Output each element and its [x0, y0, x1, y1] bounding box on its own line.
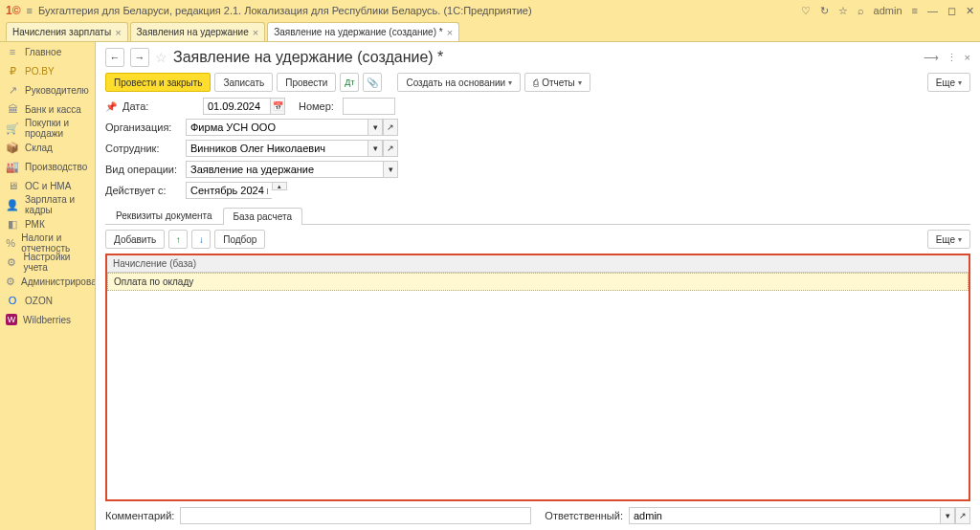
move-down-button[interactable]: ↓	[191, 230, 211, 249]
sidebar-item-production[interactable]: 🏭Производство	[0, 157, 95, 176]
open-icon[interactable]: ↗	[383, 119, 398, 136]
doc-tab[interactable]: Заявления на удержание ×	[130, 22, 266, 41]
org-input[interactable]	[186, 119, 368, 136]
button-label: Еще	[936, 77, 955, 88]
valid-input[interactable]	[186, 182, 272, 199]
main-content: ← → ☆ Заявление на удержание (создание) …	[96, 42, 980, 530]
document-tabs: Начисления зарплаты × Заявления на удерж…	[0, 21, 980, 42]
button-label: Добавить	[114, 234, 156, 245]
doc-tab[interactable]: Начисления зарплаты ×	[6, 22, 128, 41]
grid-header[interactable]: Начисление (база)	[107, 255, 969, 273]
sidebar-item-label: Производство	[25, 162, 87, 172]
dropdown-icon[interactable]: ▾	[940, 507, 955, 524]
form-row-date: 📌 Дата: 📅 Номер:	[105, 98, 970, 115]
sidebar-item-main[interactable]: ≡Главное	[0, 42, 95, 61]
base-grid[interactable]: Начисление (база) Оплата по окладу	[105, 254, 970, 501]
more-icon[interactable]: ⋮	[947, 52, 957, 64]
create-based-button[interactable]: Создать на основании▾	[397, 73, 521, 92]
subtabs: Реквизиты документа База расчета	[105, 207, 970, 225]
dt-button[interactable]: Дт	[340, 73, 359, 92]
employee-input[interactable]	[186, 140, 368, 157]
bell-icon[interactable]: ♡	[801, 5, 811, 17]
close-icon[interactable]: ×	[447, 27, 453, 38]
caret-icon: ▾	[958, 78, 962, 87]
pin-icon[interactable]: 📌	[105, 101, 117, 112]
square-icon: ◧	[6, 218, 19, 231]
sidebar-item-taxes[interactable]: %Налоги и отчетность	[0, 233, 95, 253]
dropdown-icon[interactable]: ▾	[368, 140, 383, 157]
close-icon[interactable]: ×	[253, 27, 258, 38]
menu-icon[interactable]: ≡	[27, 5, 33, 16]
page-header: ← → ☆ Заявление на удержание (создание) …	[105, 48, 970, 67]
forward-button[interactable]: →	[130, 48, 149, 67]
factory-icon: 🏭	[6, 161, 19, 173]
link-icon[interactable]: ⟶	[924, 52, 939, 64]
date-input[interactable]	[203, 98, 270, 115]
sidebar-item-os[interactable]: 🖥ОС и НМА	[0, 176, 95, 195]
submit-button[interactable]: Провести	[277, 73, 336, 92]
doc-tab-label: Заявления на удержание	[137, 27, 249, 37]
grid-row[interactable]: Оплата по окладу	[107, 273, 969, 291]
sidebar-item-salary[interactable]: 👤Зарплата и кадры	[0, 195, 95, 214]
sidebar-item-rmk[interactable]: ◧РМК	[0, 214, 95, 233]
responsible-label: Ответственный:	[545, 510, 623, 521]
number-input[interactable]	[343, 98, 395, 115]
monitor-icon: 🖥	[6, 180, 19, 191]
subtoolbar: Добавить ↑ ↓ Подбор Еще▾	[105, 225, 970, 254]
subtab-base[interactable]: База расчета	[223, 208, 302, 225]
button-label: Создать на основании	[406, 77, 505, 88]
user-label[interactable]: admin	[874, 5, 902, 16]
button-label: Еще	[936, 234, 955, 245]
sidebar-item-admin[interactable]: ⚙Администрирование	[0, 272, 95, 291]
add-button[interactable]: Добавить	[105, 230, 165, 249]
subtab-details[interactable]: Реквизиты документа	[105, 207, 223, 224]
minimize-icon[interactable]: —	[927, 5, 938, 16]
doc-tab-label: Заявление на удержание (создание) *	[274, 27, 442, 37]
open-icon[interactable]: ↗	[383, 140, 398, 157]
close-icon[interactable]: ✕	[966, 5, 974, 17]
pick-button[interactable]: Подбор	[214, 230, 265, 249]
filter-icon[interactable]: ≡	[912, 5, 918, 16]
sidebar-item-settings[interactable]: ⚙Настройки учета	[0, 253, 95, 272]
close-icon[interactable]: ×	[115, 27, 121, 38]
sidebar-item-poby[interactable]: ₽PO.BY	[0, 61, 95, 80]
doc-tab[interactable]: Заявление на удержание (создание) * ×	[267, 22, 459, 41]
more-button[interactable]: Еще▾	[927, 73, 970, 92]
more-button[interactable]: Еще▾	[927, 230, 970, 249]
star-icon[interactable]: ☆	[838, 5, 848, 17]
sidebar-item-bank[interactable]: 🏛Банк и касса	[0, 99, 95, 119]
sidebar-item-sales[interactable]: 🛒Покупки и продажи	[0, 119, 95, 138]
sidebar-item-manager[interactable]: ↗Руководителю	[0, 80, 95, 99]
sidebar-item-label: PO.BY	[25, 66, 55, 77]
open-icon[interactable]: ↗	[955, 507, 970, 524]
calendar-icon[interactable]: 📅	[270, 98, 285, 115]
sidebar-item-wb[interactable]: WWildberries	[0, 310, 95, 329]
sidebar-item-ozon[interactable]: OOZON	[0, 291, 95, 310]
responsible-input[interactable]	[629, 507, 940, 524]
doc-tab-label: Начисления зарплаты	[12, 27, 111, 37]
sidebar-item-label: OZON	[25, 296, 53, 306]
optype-input[interactable]	[186, 161, 383, 178]
comment-input[interactable]	[180, 507, 531, 524]
favorite-icon[interactable]: ☆	[155, 50, 167, 65]
move-up-button[interactable]: ↑	[168, 230, 188, 249]
submit-close-button[interactable]: Провести и закрыть	[105, 73, 211, 92]
back-button[interactable]: ←	[105, 48, 124, 67]
sidebar-item-warehouse[interactable]: 📦Склад	[0, 138, 95, 157]
person-icon: 👤	[6, 199, 19, 211]
reports-button[interactable]: Отчеты▾	[524, 73, 590, 92]
history-icon[interactable]: ↻	[820, 5, 829, 17]
attach-button[interactable]: 📎	[363, 73, 382, 92]
spinner-up[interactable]: ▴	[272, 182, 287, 190]
search-icon[interactable]: ⌕	[858, 5, 864, 16]
page-header-actions: ⟶ ⋮ ×	[924, 52, 970, 64]
save-button[interactable]: Записать	[214, 73, 273, 92]
comment-label: Комментарий:	[105, 510, 174, 521]
number-label: Номер:	[299, 100, 337, 112]
wb-icon: W	[6, 314, 17, 325]
titlebar-right: ♡ ↻ ☆ ⌕ admin ≡ — ◻ ✕	[801, 5, 974, 17]
maximize-icon[interactable]: ◻	[947, 5, 956, 17]
close-page-icon[interactable]: ×	[965, 52, 970, 64]
dropdown-icon[interactable]: ▾	[383, 161, 398, 178]
dropdown-icon[interactable]: ▾	[368, 119, 383, 136]
